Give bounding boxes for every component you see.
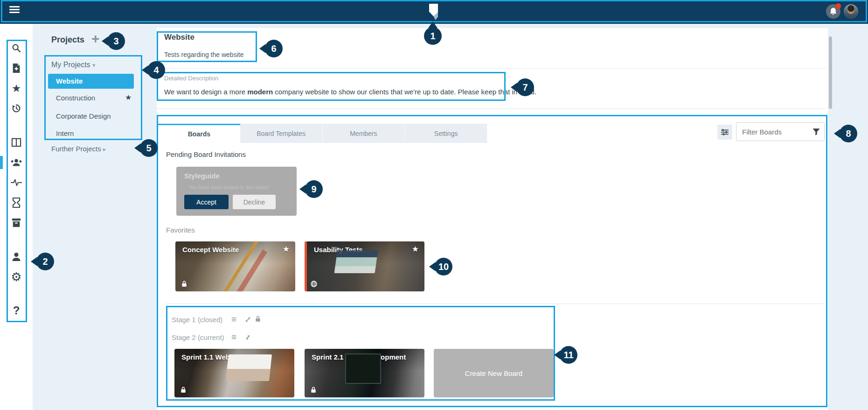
board-title: Sprint 1.1 Web Design xyxy=(181,353,255,361)
help-icon[interactable]: ? xyxy=(13,305,20,316)
hamburger-menu-icon[interactable] xyxy=(9,6,20,14)
annotation-marker-8: 8 xyxy=(840,125,857,142)
active-section-indicator xyxy=(0,156,3,169)
history-icon[interactable] xyxy=(11,103,21,113)
sidebar-item-website[interactable]: Website xyxy=(48,74,134,89)
archive-icon[interactable] xyxy=(11,218,21,227)
annotation-marker-1: 1 xyxy=(424,27,442,45)
collapse-icon[interactable] xyxy=(244,334,251,341)
my-projects-dropdown[interactable]: My Projects ▾ xyxy=(51,61,96,69)
hourglass-icon[interactable] xyxy=(12,198,21,208)
board-title: Usability Tests xyxy=(314,246,363,254)
annotation-marker-5: 5 xyxy=(140,139,158,157)
create-new-board-button[interactable]: Create New Board xyxy=(434,349,554,397)
lock-icon xyxy=(310,386,317,394)
expand-icon[interactable] xyxy=(244,316,251,323)
invitation-message: You have been invited to this board xyxy=(188,184,268,190)
tab-bar: Boards Board Templates Members Settings xyxy=(158,124,487,143)
divider xyxy=(157,68,826,69)
lock-icon xyxy=(255,315,261,323)
favorites-heading: Favorites xyxy=(166,226,195,234)
description-label: Detailed Description xyxy=(164,75,218,82)
globe-icon xyxy=(310,280,318,288)
annotation-marker-9: 9 xyxy=(305,180,323,198)
annotation-marker-2: 2 xyxy=(36,253,54,270)
bookmark-logo xyxy=(427,3,440,21)
list-icon[interactable]: ≡ xyxy=(231,332,236,342)
invitation-card-styleguide: Styleguide You have been invited to this… xyxy=(176,167,297,216)
tab-members[interactable]: Members xyxy=(323,124,405,143)
settings-gear-icon[interactable]: ⚙ xyxy=(11,271,21,283)
team-icon[interactable] xyxy=(10,158,22,167)
funnel-icon[interactable] xyxy=(812,127,821,136)
board-card-usability-tests[interactable]: Usability Tests ★ xyxy=(305,241,424,291)
chevron-right-icon: ▸ xyxy=(103,146,106,153)
stage-1-label: Stage 1 (closed) xyxy=(172,316,222,324)
stage-2-label: Stage 2 (current) xyxy=(172,333,224,341)
scrollbar-thumb[interactable] xyxy=(829,36,832,109)
page-subtitle: Tests regarding the website xyxy=(164,51,243,58)
tune-icon xyxy=(721,128,729,136)
card-color-stripe xyxy=(305,241,307,291)
add-project-button[interactable]: + xyxy=(91,31,100,47)
list-icon[interactable]: ≡ xyxy=(231,314,236,325)
person-icon[interactable] xyxy=(12,252,21,262)
board-title: Concept Website xyxy=(182,246,239,254)
board-card-concept-website[interactable]: Concept Website ★ xyxy=(175,241,295,291)
invitations-heading: Pending Board Invitations xyxy=(166,150,246,158)
icon-sidebar: ★ ⚙ ? xyxy=(0,24,33,410)
invitation-board-title: Styleguide xyxy=(184,172,220,180)
star-icon[interactable]: ★ xyxy=(412,244,419,254)
notification-badge xyxy=(835,3,841,9)
description-text[interactable]: We want to design a more modern company … xyxy=(164,88,536,96)
board-columns-icon[interactable] xyxy=(11,138,21,147)
tab-boards[interactable]: Boards xyxy=(158,124,240,143)
topbar xyxy=(0,0,868,24)
tab-settings[interactable]: Settings xyxy=(405,124,487,143)
projects-panel-title: Projects xyxy=(51,35,84,45)
annotation-marker-6: 6 xyxy=(265,40,283,57)
annotation-marker-10: 10 xyxy=(435,258,452,276)
user-avatar[interactable] xyxy=(843,4,859,19)
sidebar-item-intern[interactable]: Intern xyxy=(56,129,135,137)
star-icon[interactable]: ★ xyxy=(283,244,290,254)
note-add-icon[interactable] xyxy=(12,63,21,73)
annotation-marker-4: 4 xyxy=(147,61,165,79)
divider xyxy=(166,304,824,304)
annotation-marker-11: 11 xyxy=(560,346,577,364)
board-title: Sprint 2.1 Web Development xyxy=(312,353,406,361)
favorite-star-icon[interactable]: ★ xyxy=(125,93,132,102)
lock-icon xyxy=(180,386,187,394)
annotation-marker-3: 3 xyxy=(107,32,125,50)
chevron-down-icon: ▾ xyxy=(92,62,96,69)
board-card-sprint-2-1[interactable]: Sprint 2.1 Web Development xyxy=(305,349,424,397)
search-icon[interactable] xyxy=(11,43,21,53)
board-card-sprint-1-1[interactable]: Sprint 1.1 Web Design xyxy=(174,349,294,397)
sidebar-item-construction[interactable]: Construction xyxy=(56,94,135,102)
decline-button[interactable]: Decline xyxy=(233,195,276,209)
lock-icon xyxy=(181,280,187,288)
accept-button[interactable]: Accept xyxy=(184,195,229,209)
further-projects-toggle[interactable]: Further Projects ▸ xyxy=(51,145,106,153)
filter-options-button[interactable] xyxy=(717,125,732,140)
sidebar-item-corporate-design[interactable]: Corporate Design xyxy=(56,112,135,120)
notifications-button[interactable] xyxy=(826,4,840,19)
page-title: Website xyxy=(164,33,194,42)
divider xyxy=(157,108,826,109)
activity-icon[interactable] xyxy=(11,178,22,187)
annotation-marker-7: 7 xyxy=(516,78,534,96)
tab-board-templates[interactable]: Board Templates xyxy=(240,124,323,143)
star-icon[interactable]: ★ xyxy=(12,83,21,94)
